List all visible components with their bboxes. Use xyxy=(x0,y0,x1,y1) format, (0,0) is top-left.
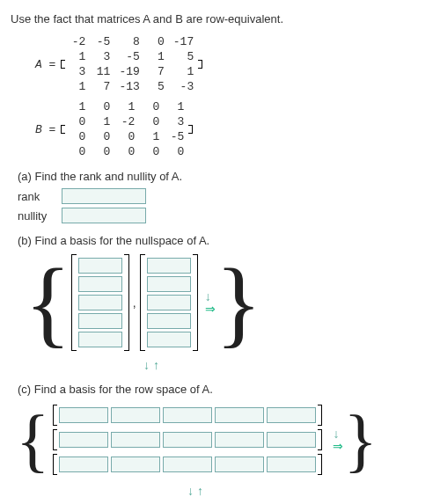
resize-arrows-vertical[interactable]: ↓ ⇒ xyxy=(205,291,216,314)
brace-left: { xyxy=(25,263,71,342)
brace-right: } xyxy=(216,263,262,342)
vector-cell-input[interactable] xyxy=(147,332,191,347)
matrix-cell: 3 xyxy=(65,64,90,79)
matrix-b-label: B = xyxy=(35,123,55,136)
nullspace-vector xyxy=(71,254,129,351)
matrix-cell: 1 xyxy=(65,99,90,114)
arrow-up-icon: ↑ xyxy=(197,484,203,498)
matrix-cell: -5 xyxy=(90,34,114,49)
resize-arrows-horizontal[interactable]: ↓ ↑ xyxy=(72,358,231,372)
matrix-cell: 0 xyxy=(90,99,114,114)
matrix-cell: 1 xyxy=(65,49,90,64)
matrix-a-label: A = xyxy=(35,58,55,71)
nullspace-vector xyxy=(140,254,198,351)
matrix-cell: 11 xyxy=(90,64,114,79)
rowspace-vector xyxy=(53,429,322,450)
matrix-cell: 1 xyxy=(90,114,114,129)
matrix-cell: 0 xyxy=(164,144,188,159)
arrow-down-icon: ↓ xyxy=(187,484,194,498)
matrix-cell: 0 xyxy=(90,144,114,159)
nullity-input[interactable] xyxy=(62,208,146,223)
matrix-cell: -2 xyxy=(65,34,90,49)
matrix-cell: 8 xyxy=(114,34,143,49)
matrix-cell: -3 xyxy=(169,79,198,94)
vector-cell-input[interactable] xyxy=(147,295,191,310)
vector-cell-input[interactable] xyxy=(147,313,191,329)
matrix-cell: 0 xyxy=(65,114,90,129)
arrow-down-icon: ↓ xyxy=(205,291,216,302)
vector-cell-input[interactable] xyxy=(111,432,160,448)
vector-cell-input[interactable] xyxy=(267,457,316,472)
matrix-cell: 0 xyxy=(114,129,139,144)
matrix-cell: -5 xyxy=(164,129,188,144)
matrix-cell: 0 xyxy=(65,129,90,144)
matrix-cell: -2 xyxy=(114,114,139,129)
vector-cell-input[interactable] xyxy=(78,332,122,347)
matrix-cell: 7 xyxy=(144,64,169,79)
part-a-prompt: (a) Find the rank and nullity of A. xyxy=(18,170,440,183)
nullity-label: nullity xyxy=(18,209,53,223)
vector-cell-input[interactable] xyxy=(267,407,316,423)
rowspace-basis-set: { ↓ ⇒ } xyxy=(16,403,440,477)
vector-cell-input[interactable] xyxy=(163,432,212,448)
matrix-cell: 1 xyxy=(114,99,139,114)
matrix-cell: -13 xyxy=(114,79,143,94)
separator: , xyxy=(133,296,136,310)
matrix-cell: 0 xyxy=(139,114,164,129)
matrix-cell: -5 xyxy=(114,49,143,64)
vector-cell-input[interactable] xyxy=(215,407,264,423)
vector-cell-input[interactable] xyxy=(215,432,264,448)
nullspace-basis-set: { , ↓ ⇒ } xyxy=(25,254,440,351)
matrix-cell: 1 xyxy=(169,64,198,79)
vector-cell-input[interactable] xyxy=(163,457,212,472)
matrix-cell: 0 xyxy=(139,144,164,159)
intro-text: Use the fact that matrices A and B are r… xyxy=(11,12,440,26)
vector-cell-input[interactable] xyxy=(59,432,108,448)
matrix-cell: 0 xyxy=(90,129,114,144)
arrow-down-icon: ↓ xyxy=(143,358,150,372)
rowspace-vector xyxy=(53,454,322,475)
rank-label: rank xyxy=(18,190,53,203)
matrix-cell: 1 xyxy=(65,79,90,94)
vector-cell-input[interactable] xyxy=(147,258,191,274)
vector-cell-input[interactable] xyxy=(59,407,108,423)
resize-arrows-vertical[interactable]: ↓ ⇒ xyxy=(333,428,343,451)
matrix-cell: 5 xyxy=(169,49,198,64)
rowspace-vector xyxy=(53,405,322,426)
vector-cell-input[interactable] xyxy=(78,258,122,274)
matrix-cell: 1 xyxy=(144,49,169,64)
vector-cell-input[interactable] xyxy=(78,276,122,292)
arrow-down-icon: ↓ xyxy=(333,428,343,439)
vector-cell-input[interactable] xyxy=(59,457,108,472)
part-c-prompt: (c) Find a basis for the row space of A. xyxy=(18,383,440,396)
vector-cell-input[interactable] xyxy=(267,432,316,448)
matrix-a: A = -2-580-1713-515311-197117-135-3 xyxy=(35,34,440,94)
matrix-cell: 1 xyxy=(164,99,188,114)
matrix-cell: 1 xyxy=(139,129,164,144)
matrix-cell: 3 xyxy=(164,114,188,129)
brace-right: } xyxy=(343,412,377,468)
vector-cell-input[interactable] xyxy=(111,407,160,423)
vector-cell-input[interactable] xyxy=(147,276,191,292)
arrow-right-icon: ⇒ xyxy=(333,441,343,451)
arrow-right-icon: ⇒ xyxy=(205,303,216,314)
vector-cell-input[interactable] xyxy=(215,457,264,472)
rank-input[interactable] xyxy=(62,188,146,204)
matrix-cell: 0 xyxy=(65,144,90,159)
matrix-cell: 3 xyxy=(90,49,114,64)
vector-cell-input[interactable] xyxy=(163,407,212,423)
vector-cell-input[interactable] xyxy=(78,313,122,329)
matrix-cell: 7 xyxy=(90,79,114,94)
matrix-cell: 0 xyxy=(144,34,169,49)
part-b-prompt: (b) Find a basis for the nullspace of A. xyxy=(18,234,440,247)
matrix-cell: 0 xyxy=(114,144,139,159)
arrow-up-icon: ↑ xyxy=(153,358,159,372)
vector-cell-input[interactable] xyxy=(111,457,160,472)
resize-arrows-horizontal[interactable]: ↓ ↑ xyxy=(46,484,345,498)
matrix-cell: -17 xyxy=(169,34,198,49)
brace-left: { xyxy=(16,412,49,468)
matrix-cell: 5 xyxy=(144,79,169,94)
vector-cell-input[interactable] xyxy=(78,295,122,310)
matrix-cell: 0 xyxy=(139,99,164,114)
matrix-b: B = 1010101-2030001-500000 xyxy=(35,99,440,159)
